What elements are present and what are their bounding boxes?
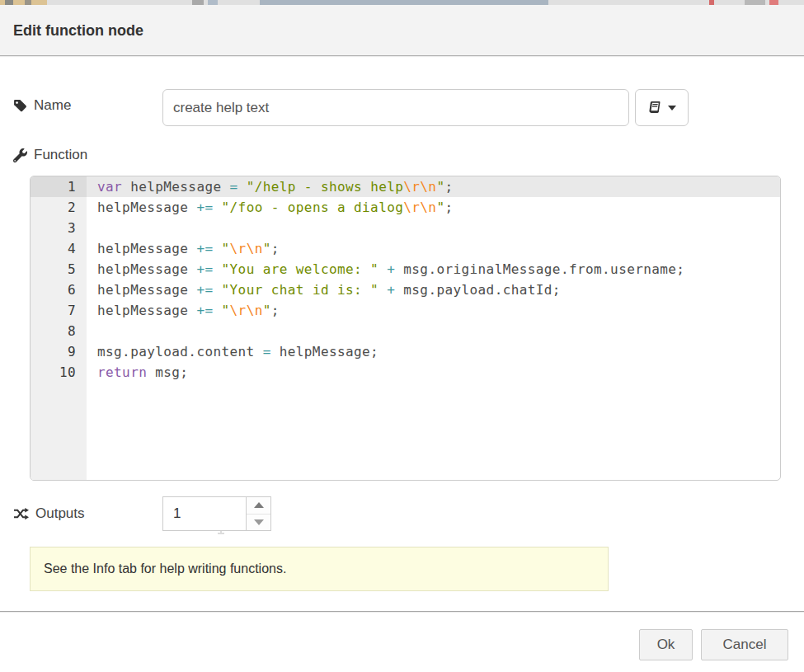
code-text[interactable]: helpMessage += "You are welcome: " + msg… [87,259,780,280]
editor-empty-area[interactable] [31,383,780,480]
spinner-up-button[interactable] [247,497,270,515]
code-line[interactable]: 6helpMessage += "Your chat id is: " + ms… [31,280,780,300]
form-tip: See the Info tab for help writing functi… [30,547,609,591]
code-text[interactable] [87,321,780,341]
code-text[interactable] [87,218,780,238]
shuffle-icon [13,507,29,520]
code-filler[interactable] [87,383,780,480]
name-label-text: Name [34,97,71,114]
footer-divider [0,611,804,612]
arrow-up-icon [254,502,264,508]
code-line[interactable]: 5helpMessage += "You are welcome: " + ms… [31,259,780,280]
name-label: Name [13,97,71,114]
code-line[interactable]: 7helpMessage += "\r\n"; [31,300,780,321]
dialog-title: Edit function node [13,5,143,56]
outputs-label: Outputs [13,505,85,522]
line-number: 3 [31,218,87,238]
edit-function-node-dialog: Edit function node Name Function 1var he… [0,5,804,672]
cancel-button[interactable]: Cancel [701,629,788,660]
book-icon [648,101,662,115]
code-line[interactable]: 4helpMessage += "\r\n"; [31,238,780,259]
code-text[interactable]: helpMessage += "Your chat id is: " + msg… [87,280,780,300]
code-text[interactable]: helpMessage += "\r\n"; [87,300,780,321]
line-number: 7 [31,300,87,321]
code-text[interactable]: msg.payload.content = helpMessage; [87,341,780,362]
code-text[interactable]: helpMessage += "\r\n"; [87,238,780,259]
form-tip-text: See the Info tab for help writing functi… [44,562,286,576]
outputs-spinner [162,496,271,531]
line-number: 8 [31,321,87,341]
caret-down-icon [668,106,676,110]
spinner-buttons [246,497,270,530]
code-line[interactable]: 1var helpMessage = "/help - shows help\r… [31,176,780,197]
line-number: 2 [31,197,87,218]
code-line[interactable]: 8 [31,321,780,341]
arrow-down-icon [254,519,264,525]
function-label: Function [13,147,87,163]
wrench-icon [13,148,27,162]
code-line[interactable]: 10return msg; [31,362,780,383]
outputs-input[interactable] [163,497,246,530]
line-number: 9 [31,341,87,362]
line-number: 6 [31,280,87,300]
code-line[interactable]: 3 [31,218,780,238]
library-button[interactable] [635,89,689,126]
line-number: 4 [31,238,87,259]
code-text[interactable]: var helpMessage = "/help - shows help\r\… [87,176,780,197]
name-input[interactable] [162,89,629,126]
outputs-label-text: Outputs [35,505,85,522]
code-line[interactable]: 2helpMessage += "/foo - opens a dialog\r… [31,197,780,218]
line-number: 1 [31,176,87,197]
ok-button[interactable]: Ok [639,629,693,660]
line-number: 5 [31,259,87,280]
code-editor[interactable]: 1var helpMessage = "/help - shows help\r… [30,176,781,481]
line-number: 10 [31,362,87,383]
dialog-header: Edit function node [0,5,804,56]
spinner-down-button[interactable] [247,515,270,531]
code-line[interactable]: 9msg.payload.content = helpMessage; [31,341,780,362]
function-label-text: Function [34,147,87,163]
code-text[interactable]: helpMessage += "/foo - opens a dialog\r\… [87,197,780,218]
code-text[interactable]: return msg; [87,362,780,383]
tag-icon [13,99,27,113]
gutter-filler [31,383,87,480]
